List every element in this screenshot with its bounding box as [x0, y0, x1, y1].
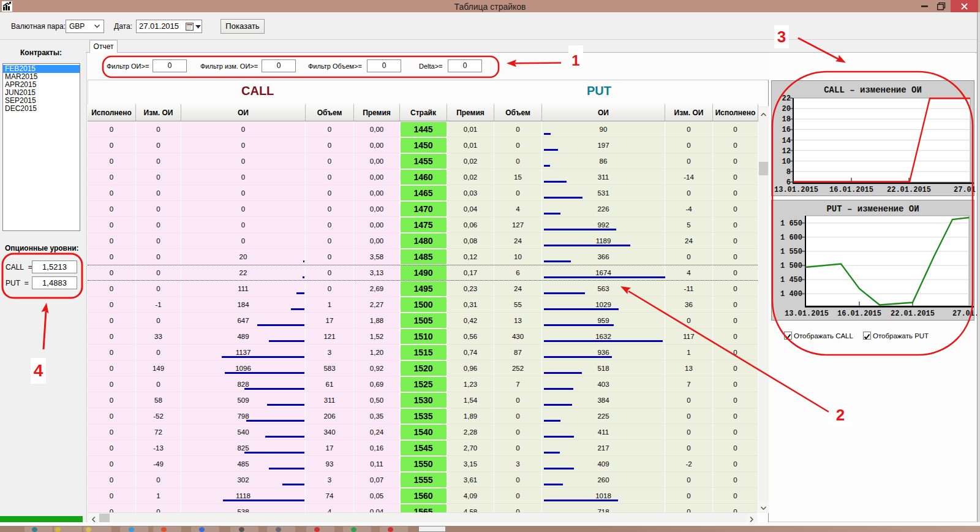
svg-text:1 500: 1 500	[780, 262, 802, 270]
svg-text:1 400: 1 400	[780, 290, 802, 298]
svg-text:14: 14	[782, 137, 791, 145]
svg-text:13.01.2015: 13.01.2015	[785, 310, 829, 318]
svg-text:27.01.2: 27.01.2	[954, 186, 980, 194]
svg-text:27.01.2: 27.01.2	[952, 310, 980, 318]
svg-text:1 450: 1 450	[780, 276, 802, 284]
svg-text:1 600: 1 600	[780, 234, 802, 242]
svg-text:16: 16	[782, 126, 791, 134]
svg-text:10: 10	[782, 158, 791, 166]
svg-text:1 650: 1 650	[780, 219, 802, 228]
svg-text:22.01.2015: 22.01.2015	[891, 310, 935, 318]
svg-text:13.01.2015: 13.01.2015	[774, 186, 818, 194]
svg-text:18: 18	[782, 115, 791, 124]
svg-text:8: 8	[786, 168, 791, 177]
svg-text:16.01.2015: 16.01.2015	[829, 186, 873, 194]
svg-text:1 550: 1 550	[780, 248, 802, 256]
svg-text:20: 20	[782, 105, 791, 113]
svg-text:22: 22	[782, 94, 791, 103]
svg-text:12: 12	[782, 147, 791, 156]
svg-text:16.01.2015: 16.01.2015	[837, 310, 881, 318]
svg-text:22.01.2015: 22.01.2015	[887, 186, 931, 194]
